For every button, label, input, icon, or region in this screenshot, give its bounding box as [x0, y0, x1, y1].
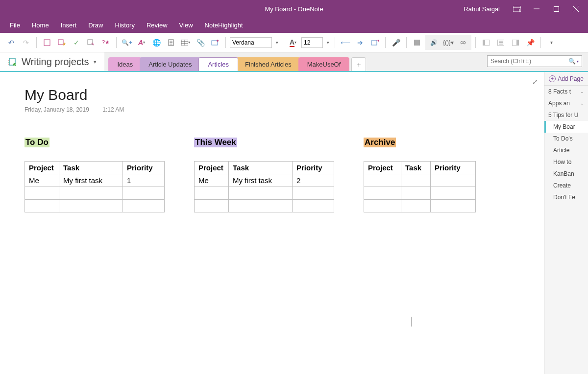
- dropdown-icon[interactable]: ▾: [325, 36, 331, 49]
- column-title[interactable]: To Do: [24, 138, 49, 147]
- table-cell[interactable]: [364, 187, 401, 200]
- table-cell[interactable]: [25, 200, 59, 212]
- page-list-item[interactable]: My Boar: [544, 121, 588, 133]
- column-title[interactable]: This Week: [194, 138, 237, 147]
- table-cell[interactable]: 2: [293, 174, 334, 187]
- table-row[interactable]: [364, 187, 476, 200]
- tab-ideas[interactable]: Ideas: [108, 57, 142, 71]
- table-cell[interactable]: [431, 187, 476, 200]
- font-size-select[interactable]: [301, 37, 323, 48]
- chevron-down-icon[interactable]: ⌄: [580, 101, 584, 106]
- search-box[interactable]: 🔍▾: [487, 55, 582, 67]
- page-list-item[interactable]: 5 Tips for U: [544, 109, 588, 121]
- table-row[interactable]: [25, 187, 165, 200]
- table-cell[interactable]: My first task: [229, 174, 293, 187]
- table-cell[interactable]: [25, 187, 59, 200]
- table-cell[interactable]: [401, 187, 431, 200]
- table-cell[interactable]: [364, 200, 401, 212]
- layout3-icon[interactable]: [509, 36, 522, 49]
- search-icon[interactable]: 🔍▾: [568, 58, 579, 65]
- table-row[interactable]: MeMy first task1: [25, 174, 165, 187]
- tab-makeuseof[interactable]: MakeUseOf: [298, 57, 350, 71]
- table-cell[interactable]: [431, 200, 476, 212]
- table-row[interactable]: [195, 187, 334, 200]
- globe-icon[interactable]: 🌐: [150, 36, 163, 49]
- table-cell[interactable]: [401, 200, 431, 212]
- table-header[interactable]: Priority: [431, 162, 476, 174]
- tab-finished[interactable]: Finished Articles: [236, 57, 300, 71]
- zoom-icon[interactable]: 🔍+: [121, 36, 133, 49]
- notebook-selector[interactable]: Writing projects ▾: [0, 52, 104, 71]
- page-list-item[interactable]: Apps an⌄: [544, 97, 588, 109]
- page-list-item[interactable]: KanBan: [544, 168, 588, 180]
- undo-icon[interactable]: ↶: [5, 36, 18, 49]
- minimize-icon[interactable]: [532, 4, 541, 13]
- table-cell[interactable]: Me: [25, 174, 59, 187]
- layout2-icon[interactable]: [494, 36, 507, 49]
- table-cell[interactable]: [431, 174, 476, 187]
- search-input[interactable]: [490, 58, 568, 65]
- table-header[interactable]: Project: [364, 162, 401, 174]
- table-cell[interactable]: [123, 187, 165, 200]
- pin-icon[interactable]: 📌: [524, 36, 537, 49]
- braces-icon[interactable]: {()}▾: [442, 36, 455, 49]
- menu-view[interactable]: View: [179, 22, 193, 29]
- page-canvas[interactable]: ⤢ My Board Friday, January 18, 2019 1:12…: [0, 72, 544, 374]
- menu-history[interactable]: History: [115, 22, 135, 29]
- add-page-button[interactable]: + Add Page: [544, 72, 588, 86]
- table-cell[interactable]: [293, 187, 334, 200]
- table-header[interactable]: Task: [59, 162, 123, 174]
- attach-icon[interactable]: 📎: [194, 36, 207, 49]
- column-title[interactable]: Archive: [364, 138, 396, 147]
- tab-updates[interactable]: Article Updates: [140, 57, 200, 71]
- board-table[interactable]: ProjectTaskPriority: [364, 161, 476, 212]
- table-row[interactable]: [364, 174, 476, 187]
- table-cell[interactable]: 1: [123, 174, 165, 187]
- page-list-item[interactable]: Article: [544, 144, 588, 156]
- font-color-icon[interactable]: A▾: [135, 36, 148, 49]
- table-cell[interactable]: [229, 200, 293, 212]
- table-cell[interactable]: [59, 187, 123, 200]
- screen-clip-icon[interactable]: [209, 36, 221, 49]
- table-cell[interactable]: [229, 187, 293, 200]
- table-icon[interactable]: ▾: [179, 36, 192, 49]
- menu-review[interactable]: Review: [147, 22, 168, 29]
- page-list-item[interactable]: To Do's: [544, 133, 588, 144]
- board-table[interactable]: ProjectTaskPriorityMeMy first task2: [194, 161, 334, 212]
- tag-icon[interactable]: ✎: [85, 36, 98, 49]
- more-icon[interactable]: ▾: [545, 36, 558, 49]
- mic-icon[interactable]: 🎤: [390, 36, 402, 49]
- board-table[interactable]: ProjectTaskPriorityMeMy first task1: [24, 161, 165, 212]
- question-tag-icon[interactable]: ?★: [99, 36, 112, 49]
- table-row[interactable]: [25, 200, 165, 212]
- table-cell[interactable]: [293, 200, 334, 212]
- page-list-item[interactable]: How to: [544, 156, 588, 168]
- dropdown-icon[interactable]: ▾: [274, 36, 280, 49]
- checkbox-star-icon[interactable]: ★: [55, 36, 68, 49]
- send-icon[interactable]: ➔: [368, 36, 381, 49]
- document-icon[interactable]: [165, 36, 177, 49]
- table-cell[interactable]: [123, 200, 165, 212]
- user-name[interactable]: Rahul Saigal: [464, 5, 500, 13]
- tab-articles[interactable]: Articles: [198, 57, 238, 71]
- layout1-icon[interactable]: [480, 36, 492, 49]
- table-header[interactable]: Project: [25, 162, 59, 174]
- chevron-down-icon[interactable]: ⌄: [580, 89, 584, 94]
- sound-icon[interactable]: 🔊: [427, 36, 440, 49]
- menu-draw[interactable]: Draw: [88, 22, 103, 29]
- close-icon[interactable]: [571, 4, 580, 13]
- table-cell[interactable]: [59, 200, 123, 212]
- table-row[interactable]: MeMy first task2: [195, 174, 334, 187]
- table-header[interactable]: Project: [195, 162, 229, 174]
- stop-icon[interactable]: [411, 36, 423, 49]
- table-cell[interactable]: [401, 174, 431, 187]
- redo-icon[interactable]: ↷: [20, 36, 32, 49]
- table-cell[interactable]: [364, 174, 401, 187]
- menu-file[interactable]: File: [10, 22, 20, 29]
- table-header[interactable]: Task: [401, 162, 431, 174]
- ribbon-display-icon[interactable]: [513, 4, 521, 13]
- checkbox-icon[interactable]: [41, 36, 53, 49]
- table-header[interactable]: Task: [229, 162, 293, 174]
- forward-icon[interactable]: ➔: [354, 36, 367, 49]
- page-list-item[interactable]: Don't Fe: [544, 191, 588, 203]
